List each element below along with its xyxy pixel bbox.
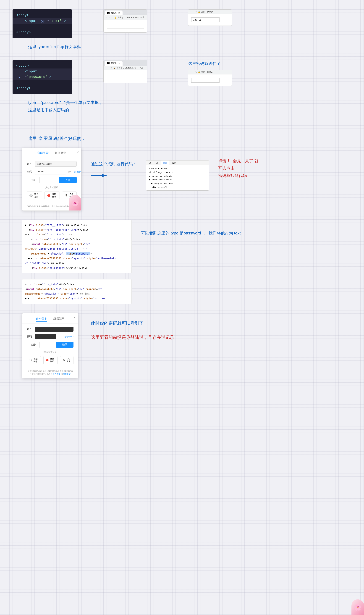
privacy-policy-link[interactable]: 隐私政策 (63, 373, 71, 375)
rp-forward[interactable]: → (193, 71, 195, 73)
forget-pwd-link[interactable]: 忘记密码? (74, 170, 81, 173)
second-sms-tab[interactable]: 短信登录 (53, 316, 65, 322)
pwd-tab-favicon: 🅱 (107, 62, 110, 65)
code-annotation-main: 可以看到这里的 type 是password ， 我们将他改为 text (141, 229, 241, 237)
second-login-dialog: 密码登录 短信登录 ✕ 账号 密码 ... ... 忘记密码? 注册 登录 其他… (22, 313, 78, 378)
code-line-sep: <div class="form__separator-line"></div> (25, 228, 128, 232)
code-line-forget: <div class="clickable">忘记密码？</div> (25, 266, 128, 270)
refresh-btn[interactable]: ↻ (111, 16, 113, 19)
dialog-close-btn[interactable]: ✕ (77, 150, 79, 154)
back-btn[interactable]: ← (105, 16, 107, 19)
text-browser-tab: 🅱 我真帅 ✕ + ← → ↻ 🔒 文件 | D:/JavaSE练习/HTTP/… (104, 9, 147, 33)
text-input-filled[interactable] (191, 17, 220, 22)
pwd-login-tab[interactable]: 密码登录 (37, 151, 49, 157)
devtools-tab-pointer[interactable]: ▢ (146, 160, 153, 165)
sms-login-tab[interactable]: 短信登录 (55, 151, 66, 157)
code-line-input1: <input autocomplete="on" maxlength="32" … (25, 242, 128, 251)
second-weibo-label: 微博登录 (50, 357, 55, 363)
password-field-input[interactable] (35, 169, 66, 174)
password-input-section: <body> <input type="password" > </body> … (13, 60, 351, 114)
r-lock: 🔒 (198, 11, 200, 13)
devtools-tab-console[interactable]: 控制 (170, 160, 179, 165)
right-browser-pwd: ← → ↻ 🔒 文件 | D:/Jav (188, 70, 232, 86)
pwd-new-tab-btn[interactable]: + (123, 61, 127, 65)
pwd-tab-close[interactable]: ✕ (118, 62, 120, 65)
rp-lock: 🔒 (198, 71, 200, 73)
second-weibo-btn[interactable]: 🔴 微博登录 (43, 356, 57, 364)
password-input-demo[interactable] (107, 74, 144, 79)
address-text: D:/JavaSE练习/HTTP/层 (124, 16, 144, 19)
login-actions: 注册 登录 (27, 177, 77, 183)
rp-refresh[interactable]: ↻ (195, 71, 197, 73)
text-input-demo[interactable] (107, 24, 144, 29)
devtools-tab-elements[interactable]: 元素 (160, 160, 170, 165)
browser-content-text (104, 20, 147, 32)
arrow-right-icon (91, 171, 110, 180)
r-back[interactable]: ← (190, 11, 192, 13)
password-browser: 🅱 我真帅 ✕ + ← → ↻ 🔒 文件 | D:/JavaSE练习/HTTP/… (104, 60, 147, 83)
pwd-type-note: type (68, 171, 71, 173)
second-login-btn[interactable]: 登录 (56, 342, 74, 348)
through-annotation: 通过这个找到 这行代码： (91, 160, 137, 168)
rp-back[interactable]: ← (190, 71, 192, 73)
devtools-line-svg: ▶ <svg aria-hidder (149, 182, 206, 185)
weibo-label: 微博登录 (51, 193, 57, 198)
r-refresh[interactable]: ↻ (195, 11, 197, 13)
password-input-filled[interactable] (191, 78, 220, 83)
second-pwd-label: 密码 (27, 335, 33, 338)
pwd-forward[interactable]: → (108, 67, 110, 69)
register-btn[interactable]: 注册 (27, 177, 40, 183)
code-line-input2: placeholder="请输入来码" type="password"> (25, 251, 128, 256)
login-btn[interactable]: 登录 (59, 177, 77, 183)
other-login-label: 其他方式登录 (27, 186, 77, 189)
final-annotation2: 这里要看的前提是你登陆过，且存在过记录 (91, 334, 174, 341)
r-addr: D:/Jav (207, 11, 213, 13)
account-value[interactable]: 13007xxxxxxxx (35, 161, 77, 167)
pwd-browser-content (188, 74, 232, 86)
password-label: 密码 (27, 170, 33, 173)
account-masked-bar[interactable] (35, 327, 74, 332)
devtools-line-html: <html lang="zh-CN" ( (149, 170, 206, 174)
weibo-login-btn[interactable]: 🔴 微博登录 (44, 192, 60, 199)
forward-btn[interactable]: → (108, 16, 110, 19)
click-annotation1: 点击 后 会亮，亮了 就可去点击 (218, 157, 262, 172)
devtools-tab-bar: ▢ ▢ 元素 控制 (146, 160, 209, 165)
demo-section-heading: 这里 拿 登录b站整个好玩的： (28, 136, 351, 142)
user-agreement-link[interactable]: 用户协议 (53, 373, 60, 375)
second-dialog-close[interactable]: ✕ (73, 316, 76, 319)
anime-character: 🌸 (69, 195, 81, 210)
tab-close-btn[interactable]: ✕ (118, 12, 120, 14)
second-register-btn[interactable]: 注册 (27, 342, 40, 348)
second-footer-text2: 注册过后可用绑定的手机号 用户协议 和 隐私政策 (25, 373, 75, 376)
second-qq-btn[interactable]: 🐧 QQ登录 (60, 356, 74, 364)
devtools-tab-inspect[interactable]: ▢ (153, 160, 160, 165)
tab-title: 我真帅 (111, 12, 117, 14)
right-browser-text: ← → ↻ 🔒 文件 | D:/Jav (188, 9, 232, 26)
pwd-annotation1: type = "password" 也是一个单行文本框， (28, 99, 351, 106)
new-tab-btn[interactable]: + (123, 11, 127, 15)
pwd-annotation2: 这里是用来输入密码的 (28, 106, 351, 114)
second-wechat-label: 微信登录 (33, 357, 38, 363)
password-input-code: <body> <input type="password" > </body> (13, 60, 72, 94)
login-dialog: 密码登录 短信登录 ✕ 账号 13007xxxxxxxx 密码 type 忘记密… (22, 148, 81, 211)
second-forget-pwd[interactable]: ... 忘记密码? (62, 335, 74, 338)
second-social-btns: 💬 微信登录 🔴 微博登录 🐧 QQ登录 (27, 356, 74, 364)
devtools-line-head: ▶ <head> ≡≡ </head> (149, 174, 206, 178)
second-pwd-tab[interactable]: 密码登录 (36, 316, 47, 322)
account-field: 账号 13007xxxxxxxx (27, 161, 77, 167)
pwd-refresh[interactable]: ↻ (111, 67, 112, 69)
wechat-login-btn[interactable]: 💬 微信登录 (27, 192, 42, 199)
password-field: 密码 type 忘记密码? (27, 169, 77, 174)
second-wechat-btn[interactable]: 💬 微信登录 (27, 356, 41, 364)
final-annotations: 此时你的密码就可以看到了 这里要看的前提是你登陆过，且存在过记录 (91, 313, 174, 341)
tab-favicon: 🅱 (107, 12, 110, 14)
password-masked-bar[interactable] (35, 334, 56, 339)
final-annotation1: 此时你的密码就可以看到了 (91, 319, 174, 327)
pwd-back[interactable]: ← (105, 67, 107, 69)
code-text-line3: placeholder="请输入来码" type="text"> ≡≡ 装饰 (25, 291, 128, 296)
pwd-tab-title: 我真帅 (111, 62, 117, 65)
r-forward[interactable]: → (193, 11, 195, 13)
type-highlight: type="password" (66, 252, 91, 255)
code-text-line2: <input autocomplete="on" maxlength="32" … (25, 287, 128, 291)
second-qq-icon: 🐧 (63, 359, 65, 361)
